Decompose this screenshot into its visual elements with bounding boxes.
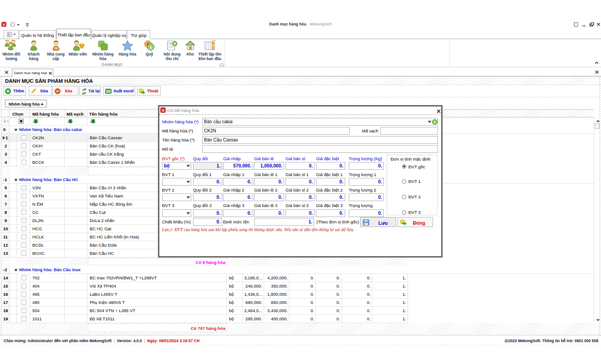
svg-text:OK: OK [54, 47, 58, 50]
svg-text:$: $ [149, 45, 152, 50]
svg-text:V: V [162, 108, 164, 113]
svg-text:c: c [95, 120, 97, 123]
svg-text:c: c [38, 120, 39, 123]
svg-text:c: c [72, 120, 74, 123]
svg-text:a: a [90, 120, 92, 123]
svg-text:a: a [32, 120, 34, 123]
svg-text:a: a [67, 120, 69, 123]
